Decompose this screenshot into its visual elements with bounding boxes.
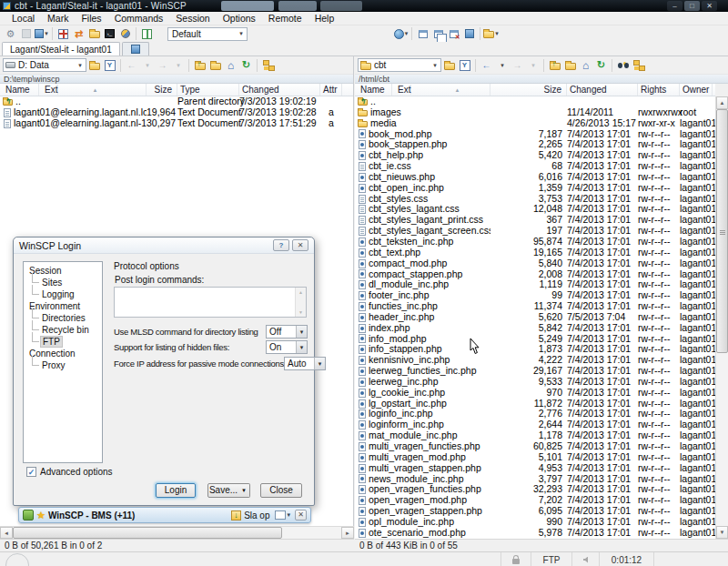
local-file-row[interactable]: lagant01@elearning.lagant.nl.log 19,964 … [0, 107, 353, 118]
remote-path-bar[interactable]: /html/cbt [355, 74, 728, 84]
local-back-button[interactable]: ← [124, 58, 139, 73]
close-button[interactable]: ✕ [702, 1, 717, 11]
menu-item[interactable]: Mark [41, 13, 75, 24]
title-bar[interactable]: cbt - Lagant/Steal-it - lagant01 - WinSC… [0, 0, 728, 12]
notifications-segment[interactable] [571, 552, 599, 566]
dialog-title-bar[interactable]: WinSCP Login ? ✕ [14, 238, 314, 254]
preferences-button[interactable]: ⚙ [3, 26, 18, 41]
queue-button[interactable]: ▾ [34, 26, 49, 41]
remote-back-button[interactable]: ← [479, 58, 494, 73]
help-button[interactable]: ? [273, 239, 289, 251]
remote-file-row[interactable]: compact_mod.php 5,840 7/4/2013 17:01 rw-… [355, 258, 715, 269]
stack-windows-button[interactable] [461, 26, 477, 41]
duplicate-session-button[interactable] [430, 26, 446, 41]
advanced-options-checkbox[interactable]: ✓ [26, 467, 36, 477]
column-header-name[interactable]: Name [358, 84, 392, 96]
transfer-settings-button[interactable] [117, 26, 133, 41]
remote-go-to-directory-button[interactable] [562, 58, 578, 73]
close-dialog-button[interactable]: Close [260, 483, 302, 498]
local-go-to-directory-button[interactable] [207, 58, 223, 73]
local-drive-combo[interactable]: D: Data ▾ [3, 58, 86, 72]
textarea-scrollbar[interactable]: ▲▼ [295, 288, 306, 317]
workspace-button[interactable]: ▾ [483, 26, 499, 41]
open-session-window-button[interactable] [415, 26, 430, 41]
menu-item[interactable]: Options [217, 13, 262, 24]
chevron-down-icon[interactable]: ▾ [314, 358, 325, 369]
post-login-commands-input[interactable]: ▲▼ [114, 287, 307, 318]
option-dropdown[interactable]: On ▾ [266, 340, 308, 354]
remote-find-files-button[interactable] [615, 58, 631, 73]
explore-folders-button[interactable] [86, 26, 102, 41]
chevron-down-icon[interactable]: ▾ [296, 341, 307, 353]
save-entry-icon[interactable] [231, 510, 241, 521]
column-header-changed[interactable]: Changed [239, 84, 320, 96]
menu-item[interactable]: Commands [108, 13, 170, 24]
remote-tree-button[interactable] [631, 58, 646, 73]
window-options-icon[interactable] [275, 510, 286, 520]
remote-file-row[interactable]: cbt_text.php 19,165 7/4/2013 17:01 rw-r-… [355, 248, 715, 258]
transfer-settings-combo[interactable]: Default ▾ [167, 27, 248, 41]
synchronize-button[interactable]: ⇄ [71, 26, 86, 41]
local-home-button[interactable]: ⌂ [223, 58, 238, 73]
remote-home-button[interactable]: ⌂ [578, 58, 593, 73]
new-session-tab[interactable] [122, 42, 149, 56]
option-dropdown[interactable]: Off ▾ [266, 325, 308, 339]
remote-file-row[interactable]: opl_module_inc.php 990 7/4/2013 17:01 rw… [355, 517, 715, 528]
chevron-down-icon[interactable]: ▾ [75, 62, 86, 69]
maximize-button[interactable]: □ [684, 1, 700, 11]
menu-item[interactable]: Local [5, 13, 41, 24]
chevron-down-icon[interactable]: ▾ [287, 511, 290, 519]
compare-directories-button[interactable] [56, 26, 71, 41]
menu-item[interactable]: Session [169, 13, 216, 24]
scroll-down-icon[interactable]: ▼ [716, 526, 728, 539]
chevron-down-icon[interactable]: ▾ [430, 62, 440, 69]
new-session-button[interactable]: ▾ [393, 26, 409, 41]
column-header-ext[interactable]: Ext▲ [39, 84, 147, 96]
local-open-directory-button[interactable] [86, 58, 102, 73]
remote-file-row[interactable]: images 11/14/2011 rwxrwxrwx root [355, 107, 715, 118]
local-refresh-button[interactable]: ↻ [238, 58, 254, 73]
remote-back-history-button[interactable]: ▾ [494, 58, 510, 73]
local-path-bar[interactable]: D:\temp\winscp [0, 74, 353, 84]
menu-item[interactable]: Remote [262, 13, 308, 24]
encryption-segment[interactable] [500, 552, 531, 566]
local-filter-button[interactable]: Y [102, 58, 117, 73]
menu-item[interactable]: Help [308, 13, 341, 24]
column-header-rights[interactable]: Rights [638, 84, 680, 96]
column-header-attr[interactable]: Attr [320, 84, 342, 96]
local-forward-button[interactable]: → [155, 58, 170, 73]
close-session-button[interactable] [446, 26, 461, 41]
remote-parent-directory-button[interactable]: ↑ [547, 58, 562, 73]
session-tab-active[interactable]: Lagant/Steal-it - lagant01 [2, 42, 120, 56]
protocol-segment[interactable]: FTP [531, 552, 571, 566]
remote-forward-button[interactable]: → [510, 58, 525, 73]
tree-item[interactable]: Logging [24, 288, 102, 300]
chevron-down-icon[interactable]: ▾ [236, 30, 247, 37]
column-header-name[interactable]: Name [3, 84, 39, 96]
minimize-button[interactable]: – [667, 1, 682, 11]
scroll-right-icon[interactable]: ► [341, 527, 354, 539]
remote-forward-history-button[interactable]: ▾ [525, 58, 541, 73]
column-header-size[interactable]: Size [490, 84, 567, 96]
remote-file-row[interactable]: header_inc.php 5,620 7/5/2013 7:04 rw-r-… [355, 312, 715, 323]
remote-refresh-button[interactable]: ↻ [593, 58, 609, 73]
menu-item[interactable]: Files [75, 13, 107, 24]
local-back-history-button[interactable]: ▾ [139, 58, 155, 73]
scrollbar-thumb[interactable] [716, 109, 728, 353]
column-header-changed[interactable]: Changed [567, 84, 638, 96]
tree-item[interactable]: Proxy [24, 359, 102, 371]
local-tree-button[interactable] [260, 58, 276, 73]
local-file-row[interactable]: lagant01@elearning.lagant.nl-1.log 30,29… [0, 118, 353, 129]
open-console-button[interactable]: ›_ [102, 26, 117, 41]
column-header-type[interactable]: Type [177, 84, 239, 96]
disabled-tool-button[interactable] [18, 26, 34, 41]
remote-directory-combo[interactable]: cbt ▾ [358, 58, 441, 72]
column-header-size[interactable]: Size [147, 84, 177, 96]
chevron-down-icon[interactable]: ▾ [296, 326, 307, 338]
remote-filter-button[interactable]: Y [457, 58, 472, 73]
remote-open-directory-button[interactable] [441, 58, 457, 73]
local-forward-history-button[interactable]: ▾ [170, 58, 186, 73]
commander-view-button[interactable] [139, 26, 155, 41]
remote-file-row[interactable]: media 4/26/2013 15:17 rwxr-xr-x lagant01 [355, 118, 715, 129]
save-dropdown-button[interactable]: ▾ [238, 483, 250, 498]
